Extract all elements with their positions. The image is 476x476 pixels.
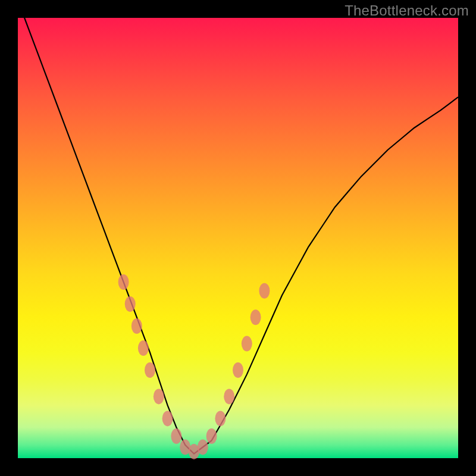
curve-marker bbox=[259, 283, 270, 299]
bottleneck-curve-svg bbox=[18, 18, 458, 458]
curve-marker bbox=[138, 340, 149, 356]
curve-marker bbox=[224, 389, 234, 404]
curve-markers bbox=[118, 274, 270, 459]
chart-frame: TheBottleneck.com bbox=[0, 0, 476, 476]
curve-marker bbox=[131, 318, 142, 334]
watermark-text: TheBottleneck.com bbox=[345, 2, 469, 19]
curve-marker bbox=[233, 362, 243, 378]
curve-marker bbox=[215, 411, 226, 426]
plot-area bbox=[18, 18, 458, 458]
curve-marker bbox=[145, 362, 155, 378]
curve-marker bbox=[154, 389, 164, 404]
curve-marker bbox=[125, 296, 136, 312]
curve-marker bbox=[162, 411, 173, 426]
bottleneck-curve-path bbox=[18, 0, 458, 453]
curve-marker bbox=[206, 428, 217, 444]
curve-marker bbox=[242, 336, 252, 352]
curve-marker bbox=[118, 274, 129, 290]
curve-marker bbox=[250, 309, 261, 325]
curve-marker bbox=[171, 428, 181, 444]
curve-marker bbox=[198, 440, 208, 455]
